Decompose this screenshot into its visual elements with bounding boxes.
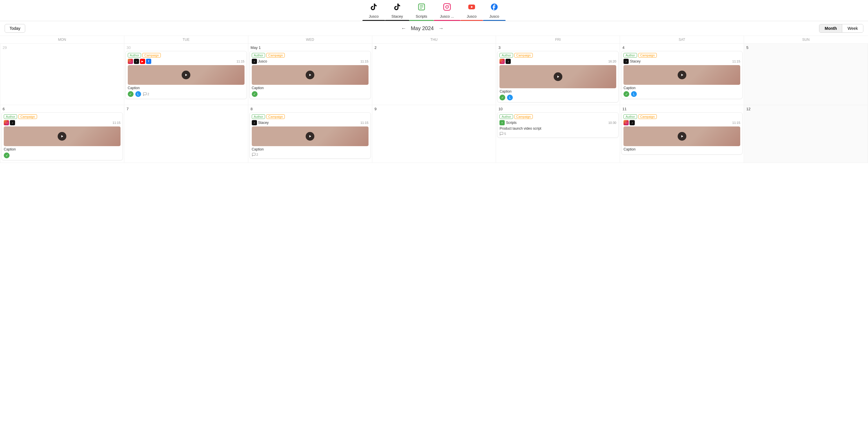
day-number-may4: 4 <box>621 45 743 51</box>
day-may10: 10 Author Campaign ≡ Scripts 10:30 Produ… <box>496 105 620 163</box>
nav-item-jusco1[interactable]: Jusco <box>363 3 385 21</box>
nav-item-stacey[interactable]: Stacey <box>385 3 409 21</box>
event-time-may1: 11:15 <box>361 60 369 63</box>
card-meta-may6: ◻ ♪ 11:15 <box>4 120 121 125</box>
scripts-meta-may10: ≡ Scripts 10:30 <box>499 120 616 125</box>
ig-icon: ◻ <box>4 120 9 125</box>
thumb-may11 <box>623 127 740 146</box>
event-card-may6[interactable]: Author Campaign ◻ ♪ 11:15 <box>1 112 123 160</box>
week-view-button[interactable]: Week <box>842 24 863 32</box>
card-tags-may3: Author Campaign <box>499 53 616 58</box>
nav-label-jusco2: Jusco ... <box>440 14 454 19</box>
day-may11: 11 Author Campaign ◻ ♪ 11:15 <box>620 105 744 163</box>
comment-count: 2 <box>143 92 149 96</box>
status-green-icon: ✓ <box>128 91 133 97</box>
card-tags-may1: Author Campaign <box>252 53 369 58</box>
event-card-may11[interactable]: Author Campaign ◻ ♪ 11:15 <box>621 112 743 155</box>
nav-label-scripts: Scripts <box>416 14 427 19</box>
event-card-may8[interactable]: Author Campaign ♪ Stacey 11:15 <box>249 112 371 159</box>
nav-item-scripts[interactable]: Scripts <box>409 3 434 21</box>
day-header-sun: SUN <box>744 36 868 44</box>
fb-icon: f <box>146 59 151 64</box>
campaign-tag: Campaign <box>514 53 533 58</box>
campaign-tag: Campaign <box>18 114 37 119</box>
prev-month-button[interactable]: ← <box>401 26 406 32</box>
nav-indicator-scripts <box>409 20 434 21</box>
svg-point-6 <box>448 5 450 5</box>
svg-point-5 <box>445 5 448 8</box>
tiktok-icon <box>370 3 378 13</box>
status-green-icon: ✓ <box>252 91 257 97</box>
status-blue-icon: L <box>135 91 141 97</box>
platform-name-may1: Jusco <box>258 59 267 63</box>
tt-icon: ♪ <box>134 59 139 64</box>
caption-may3: Caption <box>499 90 616 94</box>
card-meta-may1: ♪ Jusco 11:15 <box>252 59 369 64</box>
campaign-tag: Campaign <box>142 53 161 58</box>
play-button[interactable] <box>58 132 66 141</box>
day-may5: 5 <box>744 44 868 105</box>
status-blue-icon: L <box>507 95 513 100</box>
play-button[interactable] <box>306 71 314 79</box>
campaign-tag: Campaign <box>638 53 657 58</box>
play-button[interactable] <box>678 71 686 79</box>
next-month-button[interactable]: → <box>438 26 443 32</box>
nav-item-jusco2[interactable]: Jusco ... <box>434 3 460 21</box>
day-header-mon: MON <box>0 36 124 44</box>
nav-item-jusco3[interactable]: Jusco <box>460 3 483 21</box>
event-time-may11: 11:15 <box>733 121 741 125</box>
day-header-sat: SAT <box>620 36 744 44</box>
card-footer-apr30: ✓ L 2 <box>128 91 245 97</box>
day-number-may11: 11 <box>621 106 743 112</box>
card-tags-may6: Author Campaign <box>4 114 121 119</box>
status-green-icon: ✓ <box>623 91 629 97</box>
play-button[interactable] <box>306 132 314 141</box>
tiktok-stacey-icon <box>393 3 401 13</box>
play-button[interactable] <box>678 132 686 141</box>
caption-may1: Caption <box>252 86 369 90</box>
facebook-icon <box>490 3 498 13</box>
campaign-tag: Campaign <box>266 53 285 58</box>
author-tag: Author <box>252 53 265 58</box>
nav-indicator-jusco2 <box>434 20 460 21</box>
thumb-may8 <box>252 127 369 146</box>
scripts-card-may10[interactable]: Author Campaign ≡ Scripts 10:30 Product … <box>497 112 619 138</box>
event-card-may1[interactable]: Author Campaign ♪ Jusco 11:15 <box>249 51 371 99</box>
today-button[interactable]: Today <box>5 24 25 33</box>
nav-indicator-jusco1 <box>363 20 385 21</box>
tt-icon: ♪ <box>252 59 257 64</box>
thumb-apr30 <box>128 65 245 85</box>
event-card-may3[interactable]: Author Campaign ◻ ♪ 16:20 <box>497 51 619 102</box>
card-tags-may4: Author Campaign <box>623 53 740 58</box>
day-may12: 12 <box>744 105 868 163</box>
author-tag: Author <box>623 53 637 58</box>
month-view-button[interactable]: Month <box>819 24 842 32</box>
play-button[interactable] <box>182 71 190 79</box>
day-apr29: 29 <box>0 44 124 105</box>
event-card-apr30[interactable]: Author Campaign ◻ ♪ ▶ f 11:15 <box>125 51 247 99</box>
card-footer-may6: ✓ <box>4 153 121 158</box>
ig-icon: ◻ <box>128 59 133 64</box>
thumb-may4 <box>623 65 740 85</box>
day-number-apr30: 30 <box>125 45 247 51</box>
card-meta-may3: ◻ ♪ 16:20 <box>499 59 616 64</box>
nav-item-jusco4[interactable]: Jusco <box>483 3 505 21</box>
scripts-name-may10: Scripts <box>506 121 517 125</box>
scripts-doc-icon: ≡ <box>499 120 505 125</box>
nav-indicator-stacey <box>385 20 409 21</box>
status-green-icon: ✓ <box>499 95 505 100</box>
day-may3: 3 Author Campaign ◻ ♪ 16:20 <box>496 44 620 105</box>
day-apr30: 30 Author Campaign ◻ ♪ ▶ f 11:1 <box>124 44 248 105</box>
day-number-may1: May 1 <box>249 45 371 51</box>
scripts-title-may10: Product launch video script <box>499 127 616 131</box>
event-card-may4[interactable]: Author Campaign ♪ Stacey 11:15 <box>621 51 743 99</box>
thumb-may3 <box>499 65 616 88</box>
event-time-may4: 11:15 <box>733 60 741 63</box>
ig-icon: ◻ <box>623 120 629 125</box>
platform-name-may8: Stacey <box>258 121 269 125</box>
play-button[interactable] <box>554 72 562 81</box>
campaign-tag: Campaign <box>514 114 533 119</box>
card-tags-may8: Author Campaign <box>252 114 369 119</box>
event-time: 11:15 <box>237 60 245 63</box>
day-number-apr29: 29 <box>1 45 123 51</box>
